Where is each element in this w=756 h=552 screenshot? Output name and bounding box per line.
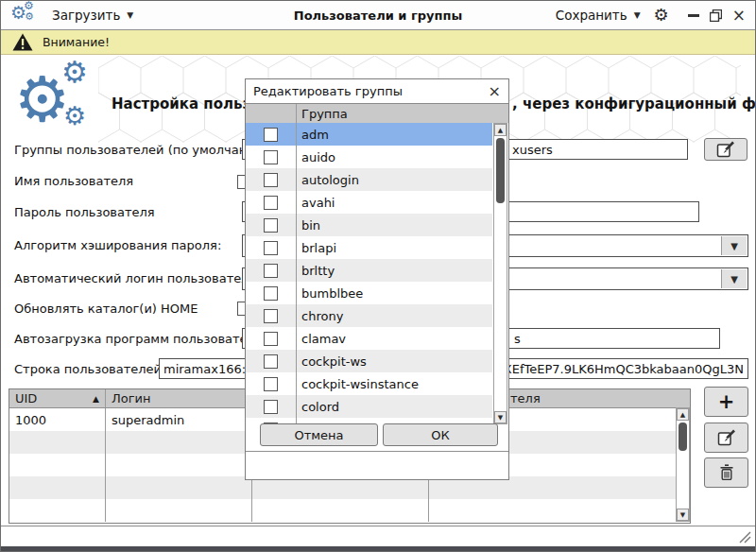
warning-bar: Внимание! xyxy=(1,30,755,55)
group-checkbox[interactable] xyxy=(264,173,278,187)
cell-login: superadmin xyxy=(106,408,252,431)
group-checkbox[interactable] xyxy=(264,332,278,346)
scrollbar-thumb[interactable] xyxy=(679,423,687,451)
edit-user-button[interactable] xyxy=(704,423,748,453)
group-column-header-row: Группа xyxy=(246,104,508,123)
checkbox-column-header xyxy=(246,104,297,123)
uid-column-header[interactable]: UID ▲ xyxy=(9,389,106,407)
section-heading-right: , через конфигурационный файл) xyxy=(512,95,756,112)
plus-icon: + xyxy=(718,390,735,413)
group-name: colord xyxy=(297,400,339,414)
group-checkbox[interactable] xyxy=(264,377,278,391)
cell-uid xyxy=(9,454,106,476)
group-name: auido xyxy=(297,150,335,164)
username-label: Имя пользователя xyxy=(14,174,133,188)
dialog-close-icon[interactable]: × xyxy=(489,84,501,99)
gear-icon: ⚙ xyxy=(61,58,88,87)
chevron-down-icon: ▼ xyxy=(634,10,641,20)
edit-groups-dialog: Редактировать группы × Группа adm auido … xyxy=(245,78,509,480)
group-row[interactable]: chrony xyxy=(246,304,492,327)
group-row[interactable]: adm xyxy=(246,123,492,146)
default-groups-label: Группы пользователей (по умолчанию) xyxy=(14,143,270,157)
app-logo-gears: ⚙ ⚙ ⚙ xyxy=(14,61,101,143)
cell-uid xyxy=(9,431,106,454)
warning-text: Внимание! xyxy=(43,35,110,49)
bottom-bar xyxy=(1,546,755,551)
table-row[interactable] xyxy=(9,499,690,522)
group-row[interactable]: avahi xyxy=(246,191,492,214)
login-column-header[interactable]: Логин xyxy=(106,389,252,407)
group-name: adm xyxy=(297,128,329,142)
group-row[interactable]: clamav xyxy=(246,327,492,350)
dialog-title: Редактировать группы xyxy=(253,84,403,98)
group-row[interactable]: brltty xyxy=(246,259,492,282)
password-label: Пароль пользователя xyxy=(14,205,155,219)
save-menu-label: Сохранить xyxy=(556,8,627,23)
edit-pencil-icon xyxy=(716,141,735,158)
group-row[interactable]: cockpit-ws xyxy=(246,350,492,372)
group-checkbox[interactable] xyxy=(264,354,278,369)
group-checkbox[interactable] xyxy=(264,196,278,210)
edit-groups-button[interactable] xyxy=(704,138,747,161)
trash-icon xyxy=(719,464,734,481)
edit-pencil-icon xyxy=(717,429,736,446)
autostart-label: Автозагрузка программ пользователей xyxy=(14,332,270,346)
load-menu-button[interactable]: Загрузить ▼ xyxy=(52,8,133,23)
minimize-button[interactable] xyxy=(688,14,699,17)
maximize-button[interactable] xyxy=(710,9,722,22)
cell-uid xyxy=(9,499,106,522)
close-button[interactable]: × xyxy=(732,8,746,24)
group-column-header: Группа xyxy=(297,107,348,121)
autostart-value: s xyxy=(514,332,521,346)
gear-icon: ⚙ xyxy=(63,103,86,129)
warning-icon xyxy=(12,33,33,51)
ok-button[interactable]: ОК xyxy=(383,423,498,446)
group-name: avahi xyxy=(297,196,335,210)
group-checkbox[interactable] xyxy=(264,286,278,301)
group-checkbox[interactable] xyxy=(264,218,278,233)
delete-user-button[interactable] xyxy=(704,457,748,488)
group-checkbox[interactable] xyxy=(264,241,278,255)
group-row[interactable]: bumblbee xyxy=(246,282,492,304)
group-name: bumblbee xyxy=(297,286,363,301)
cell-login xyxy=(106,476,252,499)
autologin-label: Автоматический логин пользователя xyxy=(14,271,256,285)
group-row[interactable]: colord xyxy=(246,395,492,418)
group-name: clamav xyxy=(297,332,346,346)
scroll-up-button[interactable]: ▲ xyxy=(494,124,507,136)
scroll-down-button[interactable]: ▼ xyxy=(494,411,507,423)
group-checkbox[interactable] xyxy=(264,150,278,164)
group-checkbox[interactable] xyxy=(264,309,278,323)
cell-uid xyxy=(9,476,106,499)
group-row[interactable]: cockpit-wsinstance xyxy=(246,372,492,395)
group-row[interactable]: bin xyxy=(246,214,492,236)
group-checkbox[interactable] xyxy=(264,128,278,142)
table-scrollbar[interactable]: ▲ ▼ xyxy=(676,407,690,522)
app-window: ⚙ ⚙ ⚙ Загрузить ▼ Пользователи и группы … xyxy=(0,0,756,552)
dialog-titlebar: Редактировать группы × xyxy=(246,79,508,104)
group-row[interactable]: auido xyxy=(246,146,492,168)
group-row[interactable]: autologin xyxy=(246,168,492,191)
settings-gear-icon[interactable]: ⚙ xyxy=(654,7,669,24)
dropdown-arrow-icon[interactable]: ▼ xyxy=(721,236,747,255)
cell xyxy=(429,499,690,522)
group-name: brltty xyxy=(297,264,335,278)
dialog-scrollbar[interactable]: ▲ ▼ xyxy=(493,123,507,424)
scroll-up-button[interactable]: ▲ xyxy=(677,408,689,421)
user-line-value-right: XEfTeEP7.9LK6HmQC3bkabaan0QgL3N xyxy=(504,362,744,376)
cell-login xyxy=(106,499,252,522)
group-checkbox[interactable] xyxy=(264,264,278,278)
group-checkbox[interactable] xyxy=(264,400,278,414)
chevron-down-icon: ▼ xyxy=(127,10,133,20)
dropdown-arrow-icon[interactable]: ▼ xyxy=(721,269,747,288)
resize-grip[interactable] xyxy=(739,531,751,543)
add-user-button[interactable]: + xyxy=(704,387,748,417)
cell-login xyxy=(106,431,252,454)
scroll-down-button[interactable]: ▼ xyxy=(677,509,689,521)
cancel-button[interactable]: Отмена xyxy=(260,423,378,446)
cell-login xyxy=(106,454,252,476)
group-name: brlapi xyxy=(297,241,336,255)
group-row[interactable]: brlapi xyxy=(246,236,492,259)
scrollbar-thumb[interactable] xyxy=(496,138,505,203)
save-menu-button[interactable]: Сохранить ▼ xyxy=(556,8,641,23)
